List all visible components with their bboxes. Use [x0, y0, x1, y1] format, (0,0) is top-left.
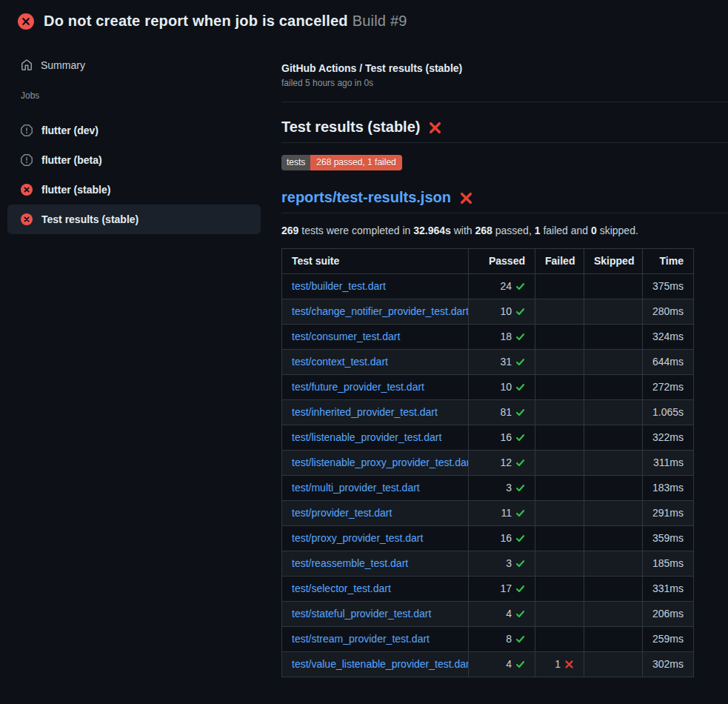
passed-cell: 16 — [469, 526, 535, 551]
count-value: 1 — [555, 658, 561, 670]
test-suite-link[interactable]: test/reassemble_test.dart — [292, 557, 408, 569]
badge-value: 268 passed, 1 failed — [310, 155, 401, 170]
test-results-table: Test suitePassedFailedSkippedTime test/b… — [281, 248, 694, 677]
check-icon — [515, 582, 525, 592]
time-cell: 644ms — [643, 350, 694, 375]
failed-cell — [535, 350, 584, 375]
passed-cell: 4 — [469, 652, 535, 677]
x-circle-fill-icon — [21, 213, 33, 225]
skipped-cell — [584, 577, 643, 602]
check-icon — [515, 280, 525, 290]
count-value: 81 — [500, 406, 512, 418]
sidebar-item-flutter-stable[interactable]: flutter (stable) — [7, 175, 261, 205]
skipped-cell — [584, 551, 643, 577]
skipped-cell — [584, 627, 643, 652]
count-value: 10 — [500, 305, 512, 317]
check-icon — [515, 431, 525, 441]
test-suite-link[interactable]: test/provider_test.dart — [292, 507, 392, 519]
summary-segment: failed and — [541, 225, 592, 236]
test-suite-cell: test/listenable_provider_test.dart — [282, 425, 469, 451]
x-circle-fill-icon — [21, 184, 33, 196]
sidebar-item-flutter-dev[interactable]: flutter (dev) — [7, 116, 261, 145]
test-suite-link[interactable]: test/change_notifier_provider_test.dart — [292, 305, 469, 317]
summary-segment: 269 — [281, 225, 298, 236]
count-value: 12 — [500, 456, 512, 468]
test-suite-link[interactable]: test/multi_provider_test.dart — [292, 482, 420, 494]
skipped-cell — [584, 375, 643, 400]
check-icon — [515, 507, 525, 517]
table-row: test/value_listenable_provider_test.dart… — [282, 652, 694, 677]
count-value: 11 — [501, 507, 512, 519]
test-suite-link[interactable]: test/proxy_provider_test.dart — [292, 532, 423, 544]
count-value: 8 — [506, 633, 512, 645]
test-suite-cell: test/future_provider_test.dart — [282, 375, 469, 400]
check-icon — [515, 456, 525, 466]
divider — [281, 142, 728, 143]
test-suite-link[interactable]: test/inherited_provider_test.dart — [292, 406, 438, 418]
time-cell: 331ms — [643, 577, 694, 602]
test-suite-link[interactable]: test/consumer_test.dart — [292, 331, 400, 342]
sidebar-item-flutter-beta[interactable]: flutter (beta) — [7, 145, 261, 175]
passed-cell: 10 — [469, 299, 535, 325]
skipped-cell — [584, 652, 643, 677]
count-value: 31 — [500, 356, 512, 368]
failed-cell: 1 — [535, 652, 584, 677]
run-title-text: Do not create report when job is cancell… — [44, 13, 348, 29]
count-value: 3 — [506, 482, 512, 494]
test-suite-link[interactable]: test/stream_provider_test.dart — [292, 633, 430, 645]
stop-icon — [21, 124, 33, 136]
test-suite-link[interactable]: test/value_listenable_provider_test.dart — [292, 658, 469, 670]
failed-cell — [535, 526, 584, 551]
passed-cell: 31 — [469, 350, 535, 375]
badge-label: tests — [281, 155, 310, 170]
stop-icon — [21, 154, 33, 166]
test-suite-link[interactable]: test/selector_test.dart — [292, 582, 391, 594]
test-suite-cell: test/provider_test.dart — [282, 501, 469, 526]
skipped-cell — [584, 299, 643, 325]
failed-cell — [535, 602, 584, 627]
column-header-failed: Failed — [535, 249, 584, 274]
red-cross-icon — [459, 191, 473, 205]
summary-segment: skipped. — [597, 225, 638, 236]
check-icon — [515, 557, 525, 567]
failed-cell — [535, 476, 584, 501]
passed-cell: 16 — [469, 425, 535, 451]
count-value: 4 — [506, 658, 512, 670]
summary-segment: 32.964s — [413, 225, 451, 236]
test-suite-cell: test/proxy_provider_test.dart — [282, 526, 469, 551]
test-suite-cell: test/value_listenable_provider_test.dart — [282, 652, 469, 677]
passed-cell: 18 — [469, 325, 535, 350]
passed-cell: 81 — [469, 400, 535, 425]
test-suite-link[interactable]: test/listenable_proxy_provider_test.dart — [292, 456, 469, 468]
table-row: test/stream_provider_test.dart8259ms — [282, 627, 694, 652]
passed-cell: 3 — [469, 476, 535, 501]
failed-cell — [535, 400, 584, 425]
failed-cell — [535, 274, 584, 299]
count-value: 3 — [506, 557, 512, 569]
test-suite-link[interactable]: test/stateful_provider_test.dart — [292, 608, 431, 620]
skipped-cell — [584, 274, 643, 299]
time-cell: 206ms — [643, 602, 694, 627]
page-title: Do not create report when job is cancell… — [44, 13, 407, 30]
sidebar-item-test-results-stable[interactable]: Test results (stable) — [7, 205, 261, 234]
table-row: test/inherited_provider_test.dart811.065… — [282, 400, 694, 425]
count-value: 17 — [500, 582, 512, 594]
divider — [281, 213, 728, 213]
column-header-test-suite: Test suite — [282, 249, 469, 274]
report-file-link[interactable]: reports/test-results.json — [281, 189, 451, 206]
summary-segment: tests were completed in — [298, 225, 413, 236]
test-suite-link[interactable]: test/builder_test.dart — [292, 280, 386, 292]
test-suite-link[interactable]: test/listenable_provider_test.dart — [292, 431, 441, 443]
red-cross-icon — [428, 121, 442, 135]
sidebar-item-summary[interactable]: Summary — [21, 52, 261, 79]
table-row: test/future_provider_test.dart10272ms — [282, 375, 694, 400]
skipped-cell — [584, 501, 643, 526]
test-suite-link[interactable]: test/future_provider_test.dart — [292, 381, 424, 393]
check-icon — [515, 331, 525, 340]
passed-cell: 24 — [469, 274, 535, 299]
test-suite-link[interactable]: test/context_test.dart — [292, 356, 388, 368]
test-suite-cell: test/context_test.dart — [282, 350, 469, 375]
failed-cell — [535, 375, 584, 400]
sidebar: Summary Jobs flutter (dev)flutter (beta)… — [0, 52, 281, 234]
sidebar-item-label: Test results (stable) — [41, 213, 138, 225]
